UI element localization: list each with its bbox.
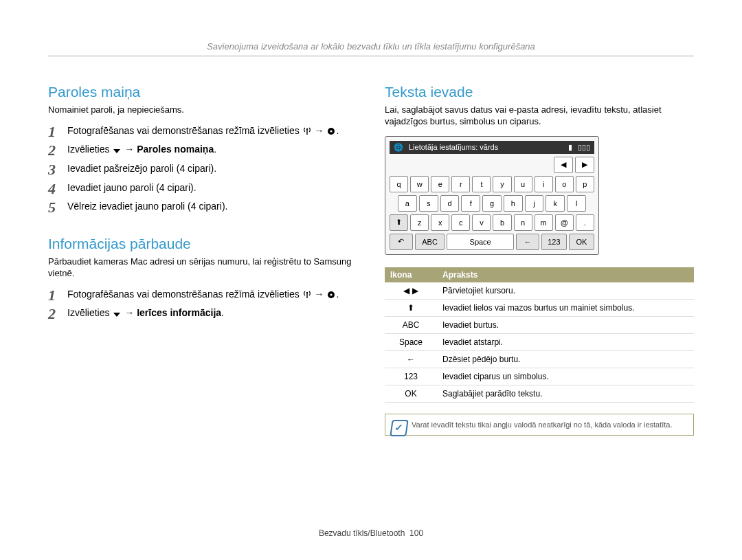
- cell-icon: ←: [385, 350, 437, 368]
- key-a[interactable]: a: [398, 195, 417, 212]
- antenna-icon: [302, 126, 312, 136]
- icon-table: Ikona Apraksts ◀ ▶Pārvietojiet kursoru. …: [385, 267, 694, 403]
- table-row: ABCIevadiet burtus.: [385, 316, 694, 333]
- num-key[interactable]: 123: [541, 234, 567, 250]
- key-g[interactable]: g: [482, 195, 502, 212]
- section-text-title: Teksta ievade: [385, 84, 694, 100]
- key-y[interactable]: y: [493, 176, 511, 192]
- cell-icon: ABC: [385, 316, 437, 333]
- key-d[interactable]: d: [440, 195, 460, 212]
- cell-desc: Ievadiet ciparus un simbolus.: [437, 368, 694, 385]
- chevron-down-icon: [112, 311, 122, 318]
- cell-icon: ⬆: [385, 299, 437, 316]
- step-5: Vēlreiz ievadiet jauno paroli (4 cipari)…: [48, 200, 357, 214]
- key-l[interactable]: l: [567, 195, 586, 212]
- cell-icon: ◀ ▶: [385, 282, 437, 300]
- kb-row4: ↶ ABC Space ← 123 OK: [390, 234, 594, 250]
- table-row: OKSaglabājiet parādīto tekstu.: [385, 385, 694, 402]
- ok-key[interactable]: OK: [569, 234, 594, 250]
- note-icon: ✓: [390, 420, 408, 436]
- key-x[interactable]: x: [431, 214, 449, 231]
- cell-desc: Ievadiet atstarpi.: [437, 333, 694, 350]
- step-4: Ievadiet jauno paroli (4 cipari).: [48, 181, 357, 195]
- gear-icon: [326, 126, 336, 136]
- key-m[interactable]: m: [535, 214, 553, 231]
- keyboard-title: Lietotāja iestatījums: vārds: [409, 143, 563, 151]
- back-key[interactable]: ↶: [390, 234, 413, 250]
- note-text: Varat ievadīt tekstu tikai angļu valodā …: [412, 421, 673, 429]
- left-column: Paroles maiņa Nomainiet paroli, ja nepie…: [48, 84, 357, 436]
- key-c[interactable]: c: [451, 214, 470, 231]
- cell-icon: OK: [385, 385, 437, 402]
- cursor-right-key[interactable]: ▶: [575, 157, 594, 173]
- keyboard-titlebar: 🌐 Lietotāja iestatījums: vārds ▮ ▯▯▯: [390, 141, 594, 154]
- kb-row2: a s d f g h j k l: [390, 195, 594, 212]
- key-q[interactable]: q: [390, 176, 408, 192]
- chevron-down-icon: [112, 148, 122, 155]
- page-footer: Bezvadu tīkls/Bluetooth 100: [0, 528, 742, 538]
- page: Savienojuma izveidošana ar lokālo bezvad…: [0, 0, 742, 436]
- page-header: Savienojuma izveidošana ar lokālo bezvad…: [48, 41, 694, 56]
- key-r[interactable]: r: [451, 176, 470, 192]
- arrow-icon: →: [315, 289, 327, 300]
- info-steps: Fotografēšanas vai demonstrēšanas režīmā…: [48, 288, 357, 320]
- cell-icon: 123: [385, 368, 437, 385]
- cursor-left-key[interactable]: ◀: [554, 157, 573, 173]
- key-f[interactable]: f: [461, 195, 480, 212]
- gear-icon: [326, 290, 336, 300]
- cell-icon: Space: [385, 333, 437, 350]
- step-2: Izvēlieties → Paroles nomaiņa.: [48, 143, 357, 157]
- table-row: SpaceIevadiet atstarpi.: [385, 333, 694, 350]
- cell-desc: Pārvietojiet kursoru.: [437, 282, 694, 300]
- key-at[interactable]: @: [555, 214, 574, 231]
- key-p[interactable]: p: [576, 176, 594, 192]
- key-o[interactable]: o: [555, 176, 574, 192]
- key-h[interactable]: h: [504, 195, 523, 212]
- kb-row3: ⬆ z x c v b n m @ .: [390, 214, 594, 231]
- key-dot[interactable]: .: [576, 214, 594, 231]
- table-header: Ikona Apraksts: [385, 267, 694, 282]
- key-s[interactable]: s: [419, 195, 438, 212]
- key-v[interactable]: v: [472, 214, 491, 231]
- svg-point-0: [306, 128, 307, 130]
- section-info-title: Informācijas pārbaude: [48, 236, 357, 252]
- abc-key[interactable]: ABC: [415, 234, 445, 250]
- backspace-key[interactable]: ←: [516, 234, 539, 250]
- battery-icon: ▯▯▯: [578, 143, 590, 152]
- footer-text: Bezvadu tīkls/Bluetooth: [319, 528, 405, 538]
- key-w[interactable]: w: [410, 176, 429, 192]
- key-n[interactable]: n: [514, 214, 532, 231]
- shift-key[interactable]: ⬆: [390, 214, 408, 231]
- columns: Paroles maiņa Nomainiet paroli, ja nepie…: [48, 84, 694, 436]
- signal-icon: ▮: [568, 143, 572, 152]
- step-3: Ievadiet pašreizējo paroli (4 cipari).: [48, 162, 357, 176]
- svg-point-3: [330, 130, 333, 132]
- table-row: ⬆Ievadiet lielos vai mazos burtus un mai…: [385, 299, 694, 316]
- section-password-title: Paroles maiņa: [48, 84, 357, 100]
- key-t[interactable]: t: [472, 176, 491, 192]
- key-z[interactable]: z: [410, 214, 429, 231]
- cell-desc: Saglabājiet parādīto tekstu.: [437, 385, 694, 402]
- note-box: ✓ Varat ievadīt tekstu tikai angļu valod…: [385, 414, 694, 436]
- table-row: ←Dzēsiet pēdējo burtu.: [385, 350, 694, 368]
- password-steps: Fotografēšanas vai demonstrēšanas režīmā…: [48, 124, 357, 214]
- svg-point-4: [306, 291, 307, 293]
- key-i[interactable]: i: [535, 176, 553, 192]
- footer-page: 100: [409, 528, 423, 538]
- info-step-1: Fotografēšanas vai demonstrēšanas režīmā…: [48, 288, 357, 302]
- table-row: ◀ ▶Pārvietojiet kursoru.: [385, 282, 694, 300]
- right-column: Teksta ievade Lai, saglabājot savus datu…: [385, 84, 694, 436]
- key-e[interactable]: e: [431, 176, 449, 192]
- key-b[interactable]: b: [493, 214, 511, 231]
- space-key[interactable]: Space: [447, 234, 514, 250]
- key-k[interactable]: k: [546, 195, 565, 212]
- antenna-icon: [302, 290, 312, 300]
- keyboard-preview: 🌐 Lietotāja iestatījums: vārds ▮ ▯▯▯ ◀ ▶…: [385, 136, 599, 255]
- section-text-desc: Lai, saglabājot savus datus vai e-pasta …: [385, 104, 694, 128]
- section-info-desc: Pārbaudiet kameras Mac adresi un sērijas…: [48, 256, 357, 280]
- cell-desc: Ievadiet lielos vai mazos burtus un main…: [437, 299, 694, 316]
- key-j[interactable]: j: [525, 195, 544, 212]
- arrow-icon: →: [315, 125, 327, 136]
- section-password-desc: Nomainiet paroli, ja nepieciešams.: [48, 104, 357, 116]
- key-u[interactable]: u: [514, 176, 532, 192]
